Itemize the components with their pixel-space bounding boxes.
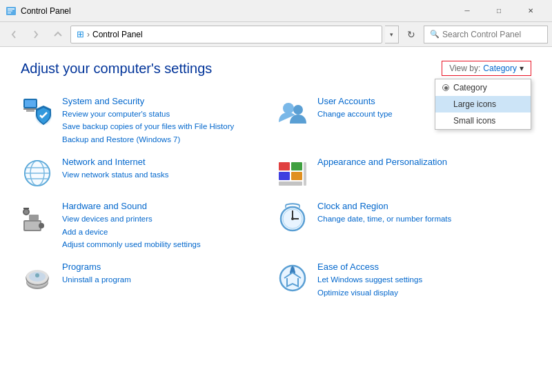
svg-rect-17 bbox=[279, 162, 290, 170]
ease-of-access-content: Ease of Access Let Windows suggest setti… bbox=[317, 262, 531, 299]
view-by-container: View by: Category ▾ Category Large icons… bbox=[442, 61, 531, 76]
system-security-content: System and Security Review your computer… bbox=[62, 96, 276, 146]
clock-region-content: Clock and Region Change date, time, or n… bbox=[317, 201, 531, 225]
system-security-title[interactable]: System and Security bbox=[62, 96, 276, 106]
category-network-internet: Network and Internet View network status… bbox=[21, 151, 276, 195]
refresh-button[interactable]: ↻ bbox=[402, 25, 421, 44]
svg-point-47 bbox=[290, 266, 295, 271]
svg-rect-26 bbox=[29, 215, 39, 220]
category-ease-of-access: Ease of Access Let Windows suggest setti… bbox=[276, 256, 531, 304]
programs-content: Programs Uninstall a program bbox=[62, 262, 276, 286]
maximize-button[interactable]: □ bbox=[483, 0, 515, 22]
ease-of-access-link-1[interactable]: Let Windows suggest settings bbox=[317, 273, 531, 286]
hardware-sound-link-2[interactable]: Add a device bbox=[62, 226, 276, 238]
svg-rect-29 bbox=[23, 208, 29, 209]
svg-point-16 bbox=[25, 161, 50, 186]
dropdown-label-large-icons: Large icons bbox=[453, 99, 496, 109]
svg-rect-3 bbox=[8, 12, 11, 14]
radio-large-icons bbox=[442, 101, 449, 108]
svg-rect-22 bbox=[304, 162, 306, 186]
title-bar: Control Panel ─ □ ✕ bbox=[0, 0, 552, 22]
ease-of-access-link-2[interactable]: Optimize visual display bbox=[317, 286, 531, 299]
back-button[interactable] bbox=[4, 25, 23, 44]
dropdown-label-small-icons: Small icons bbox=[453, 116, 495, 126]
category-appearance: Appearance and Personalization bbox=[276, 151, 531, 195]
category-system-security: System and Security Review your computer… bbox=[21, 90, 276, 151]
appearance-icon bbox=[276, 157, 309, 190]
category-programs: Programs Uninstall a program bbox=[21, 256, 276, 304]
dropdown-item-large-icons[interactable]: Large icons bbox=[435, 96, 531, 112]
svg-point-44 bbox=[35, 273, 39, 277]
svg-rect-20 bbox=[291, 172, 302, 180]
minimize-button[interactable]: ─ bbox=[451, 0, 483, 22]
view-by-dropdown: Category Large icons Small icons bbox=[435, 79, 531, 130]
clock-region-title[interactable]: Clock and Region bbox=[317, 201, 531, 211]
dropdown-label-category: Category bbox=[453, 83, 487, 92]
system-security-link-1[interactable]: Review your computer's status bbox=[62, 108, 276, 120]
hardware-sound-icon bbox=[21, 201, 54, 234]
category-hardware-sound: Hardware and Sound View devices and prin… bbox=[21, 195, 276, 256]
dropdown-item-small-icons[interactable]: Small icons bbox=[435, 112, 531, 129]
svg-rect-6 bbox=[23, 108, 37, 110]
programs-title[interactable]: Programs bbox=[62, 262, 276, 272]
title-bar-title: Control Panel bbox=[21, 6, 451, 16]
ease-of-access-title[interactable]: Ease of Access bbox=[317, 262, 531, 272]
address-dropdown[interactable]: ▾ bbox=[385, 26, 399, 43]
view-by-button[interactable]: View by: Category ▾ bbox=[442, 61, 531, 76]
system-security-link-2[interactable]: Save backup copies of your files with Fi… bbox=[62, 120, 276, 133]
svg-rect-7 bbox=[26, 110, 34, 112]
hardware-sound-link-3[interactable]: Adjust commonly used mobility settings bbox=[62, 238, 276, 251]
network-internet-icon bbox=[21, 157, 54, 190]
hardware-sound-link-1[interactable]: View devices and printers bbox=[62, 213, 276, 225]
network-internet-link-1[interactable]: View network status and tasks bbox=[62, 168, 276, 181]
search-input[interactable] bbox=[442, 30, 542, 39]
radio-small-icons bbox=[442, 117, 449, 124]
ease-of-access-icon bbox=[276, 262, 309, 295]
svg-point-25 bbox=[39, 223, 44, 228]
title-bar-controls: ─ □ ✕ bbox=[451, 0, 546, 22]
programs-link-1[interactable]: Uninstall a program bbox=[62, 273, 276, 286]
hardware-sound-title[interactable]: Hardware and Sound bbox=[62, 201, 276, 211]
svg-rect-24 bbox=[25, 222, 40, 230]
svg-point-9 bbox=[283, 103, 294, 114]
clock-region-icon bbox=[276, 201, 309, 234]
network-internet-content: Network and Internet View network status… bbox=[62, 157, 276, 181]
title-bar-icon bbox=[6, 6, 17, 17]
appearance-title[interactable]: Appearance and Personalization bbox=[317, 157, 531, 167]
clock-region-link-1[interactable]: Change date, time, or number formats bbox=[317, 213, 531, 225]
system-security-link-3[interactable]: Backup and Restore (Windows 7) bbox=[62, 133, 276, 146]
dropdown-item-category[interactable]: Category bbox=[435, 79, 531, 96]
close-button[interactable]: ✕ bbox=[515, 0, 546, 22]
user-accounts-icon bbox=[276, 96, 309, 129]
main-content: Adjust your computer's settings View by:… bbox=[0, 47, 552, 318]
programs-icon bbox=[21, 262, 54, 295]
search-box[interactable]: 🔍 bbox=[424, 26, 548, 43]
address-path: ⊞ › Control Panel bbox=[70, 26, 382, 43]
svg-point-10 bbox=[293, 105, 303, 115]
category-clock-region: Clock and Region Change date, time, or n… bbox=[276, 195, 531, 256]
up-button[interactable] bbox=[48, 25, 68, 44]
hardware-sound-content: Hardware and Sound View devices and prin… bbox=[62, 201, 276, 251]
svg-point-35 bbox=[291, 217, 294, 220]
svg-rect-19 bbox=[279, 172, 290, 180]
svg-rect-1 bbox=[8, 8, 14, 10]
svg-rect-2 bbox=[8, 10, 12, 12]
network-internet-title[interactable]: Network and Internet bbox=[62, 157, 276, 167]
appearance-content: Appearance and Personalization bbox=[317, 157, 531, 168]
system-security-icon bbox=[21, 96, 54, 129]
svg-point-28 bbox=[24, 210, 28, 214]
svg-rect-5 bbox=[25, 100, 36, 107]
forward-button[interactable] bbox=[26, 25, 46, 44]
address-bar: ⊞ › Control Panel ▾ ↻ 🔍 bbox=[0, 22, 552, 47]
svg-rect-21 bbox=[279, 182, 302, 186]
radio-category bbox=[442, 84, 449, 91]
svg-rect-18 bbox=[291, 162, 302, 170]
